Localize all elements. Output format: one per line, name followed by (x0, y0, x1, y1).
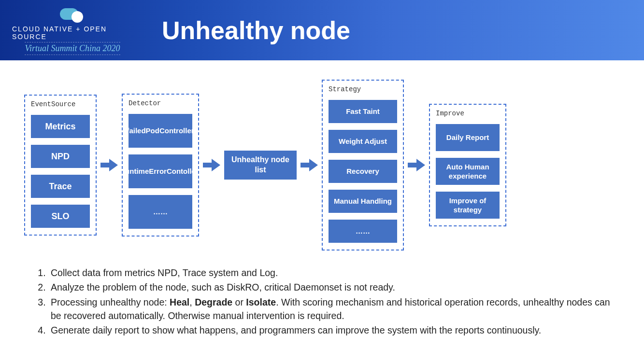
box-strategy-more: …… (329, 220, 397, 243)
notes-list: Collect data from metrics NPD, Trace sys… (0, 260, 644, 337)
slide-title: Unhealthy node (162, 16, 350, 45)
logo-text-secondary: Virtual Summit China 2020 (25, 42, 120, 55)
arrow-right-icon (301, 158, 318, 172)
box-improve-strategy: Improve of strategy (436, 192, 500, 219)
box-auto-human-experience: Auto Human experience (436, 158, 500, 185)
box-detector-more: …… (129, 195, 192, 229)
diagram-flow: EventSource Metrics NPD Trace SLO Detect… (0, 60, 644, 260)
arrow-right-icon (203, 158, 220, 172)
box-failed-pod-controller: failedPodController (129, 114, 192, 148)
box-daily-report: Daily Report (436, 124, 500, 151)
box-slo: SLO (31, 205, 90, 228)
cloud-logo-icon (58, 6, 87, 23)
header-banner: CLOUD NATIVE + OPEN SOURCE Virtual Summi… (0, 0, 644, 60)
box-weight-adjust: Weight Adjust (329, 130, 397, 153)
group-title-detector: Detector (129, 99, 192, 107)
group-detector: Detector failedPodController runtimeErro… (122, 94, 199, 237)
box-metrics: Metrics (31, 115, 90, 138)
group-title-strategy: Strategy (329, 85, 397, 93)
note-item-1: Collect data from metrics NPD, Trace sys… (48, 266, 610, 279)
group-title-event: EventSource (31, 100, 90, 108)
box-recovery: Recovery (329, 160, 397, 183)
note-item-3: Processing unhealthy node: Heal, Degrade… (48, 295, 610, 323)
logo-text-primary: CLOUD NATIVE + OPEN SOURCE (12, 25, 133, 41)
note-item-4: Generate daily report to show what happe… (48, 323, 610, 337)
box-npd: NPD (31, 145, 90, 168)
box-unhealthy-node-list: Unhealthy node list (224, 151, 297, 180)
arrow-right-icon (408, 158, 425, 172)
group-strategy: Strategy Fast Taint Weight Adjust Recove… (322, 80, 404, 251)
logo-area: CLOUD NATIVE + OPEN SOURCE Virtual Summi… (12, 6, 133, 55)
box-manual-handling: Manual Handling (329, 190, 397, 213)
group-title-improve: Improve (436, 110, 500, 117)
box-trace: Trace (31, 175, 90, 198)
group-event-source: EventSource Metrics NPD Trace SLO (24, 95, 97, 236)
note-item-2: Analyze the problem of the node, such as… (48, 280, 610, 294)
box-runtime-error-controller: runtimeErrorContoller (129, 154, 192, 188)
arrow-right-icon (100, 158, 118, 172)
box-fast-taint: Fast Taint (329, 100, 397, 123)
group-improve: Improve Daily Report Auto Human experien… (429, 104, 506, 226)
